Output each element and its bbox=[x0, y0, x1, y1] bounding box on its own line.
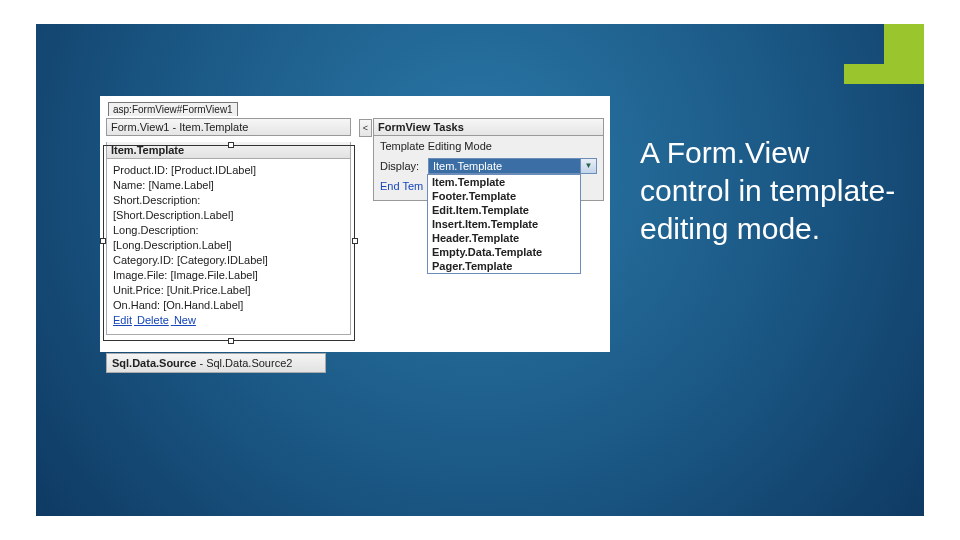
delete-link[interactable]: Delete bbox=[137, 314, 169, 326]
dropdown-option[interactable]: Insert.Item.Template bbox=[428, 217, 580, 231]
datasource-bar[interactable]: Sql.Data.Source - Sql.Data.Source2 bbox=[106, 353, 326, 373]
field-line: Product.ID: [Product.IDLabel] bbox=[113, 163, 344, 178]
dropdown-option[interactable]: Pager.Template bbox=[428, 259, 580, 273]
dropdown-option[interactable]: Empty.Data.Template bbox=[428, 245, 580, 259]
template-content[interactable]: Product.ID: [Product.IDLabel] Name: [Nam… bbox=[106, 159, 351, 335]
field-line: Short.Description: bbox=[113, 193, 344, 208]
field-line: Unit.Price: [Unit.Price.Label] bbox=[113, 283, 344, 298]
field-line: Name: [Name.Label] bbox=[113, 178, 344, 193]
dropdown-option[interactable]: Edit.Item.Template bbox=[428, 203, 580, 217]
designer-panel: Form.View1 - Item.Template Item.Template… bbox=[106, 118, 351, 373]
field-line: Image.File: [Image.File.Label] bbox=[113, 268, 344, 283]
smart-task-panel: < FormView Tasks Template Editing Mode D… bbox=[373, 118, 604, 373]
template-dropdown[interactable]: Item.Template Footer.Template Edit.Item.… bbox=[427, 174, 581, 274]
action-links: Edit Delete New bbox=[113, 313, 344, 328]
template-selected: Item.Template bbox=[429, 159, 580, 173]
field-line: [Long.Description.Label] bbox=[113, 238, 344, 253]
slide-caption: A Form.View control in template-editing … bbox=[640, 134, 902, 248]
field-line: Category.ID: [Category.IDLabel] bbox=[113, 253, 344, 268]
resize-handle[interactable] bbox=[228, 142, 234, 148]
resize-handle[interactable] bbox=[100, 238, 106, 244]
control-tag: asp:FormView#FormView1 bbox=[108, 102, 238, 116]
designer-screenshot: asp:FormView#FormView1 Form.View1 - Item… bbox=[100, 96, 610, 352]
chevron-down-icon[interactable]: ▼ bbox=[580, 159, 596, 173]
dropdown-option[interactable]: Item.Template bbox=[428, 175, 580, 189]
datasource-label: Sql.Data.Source bbox=[112, 357, 196, 369]
datasource-value: Sql.Data.Source2 bbox=[206, 357, 292, 369]
designer-title: Form.View1 - Item.Template bbox=[106, 118, 351, 136]
task-body: Template Editing Mode Display: Item.Temp… bbox=[373, 136, 604, 201]
accent-decoration bbox=[884, 24, 924, 84]
resize-handle[interactable] bbox=[228, 338, 234, 344]
dropdown-option[interactable]: Header.Template bbox=[428, 231, 580, 245]
new-link[interactable]: New bbox=[174, 314, 196, 326]
template-combobox[interactable]: Item.Template ▼ bbox=[428, 158, 597, 174]
field-line: [Short.Description.Label] bbox=[113, 208, 344, 223]
field-line: On.Hand: [On.Hand.Label] bbox=[113, 298, 344, 313]
display-row: Display: Item.Template ▼ bbox=[380, 158, 597, 174]
field-line: Long.Description: bbox=[113, 223, 344, 238]
task-mode: Template Editing Mode bbox=[380, 140, 597, 152]
display-label: Display: bbox=[380, 160, 428, 172]
smart-tag-chevron-icon[interactable]: < bbox=[359, 119, 372, 137]
resize-handle[interactable] bbox=[352, 238, 358, 244]
task-header: FormView Tasks bbox=[373, 118, 604, 136]
slide-background: asp:FormView#FormView1 Form.View1 - Item… bbox=[36, 24, 924, 516]
dropdown-option[interactable]: Footer.Template bbox=[428, 189, 580, 203]
edit-link[interactable]: Edit bbox=[113, 314, 132, 326]
